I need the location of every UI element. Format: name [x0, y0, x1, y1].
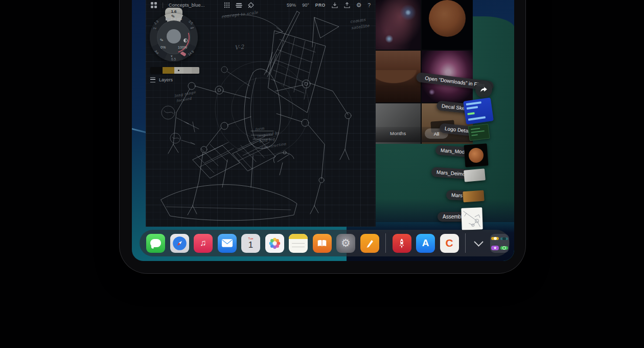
- mars-model-thumbnail[interactable]: [464, 143, 489, 167]
- mars-deimos-thumbnail[interactable]: [464, 168, 486, 182]
- dock-app-messages[interactable]: [146, 234, 165, 253]
- dock-app-linea[interactable]: [360, 234, 379, 253]
- settings-gear-glyph: ⚙: [341, 237, 351, 249]
- mail-envelope-icon: [221, 238, 233, 248]
- dock-app-notes[interactable]: [289, 234, 308, 253]
- safari-compass-icon: [172, 236, 187, 251]
- dock-app-appstore[interactable]: A: [416, 234, 435, 253]
- logo-detail-thumbnail[interactable]: [468, 124, 490, 141]
- dock-app-library[interactable]: ★: [490, 234, 509, 253]
- dock: ♫ Tue 1: [140, 230, 510, 256]
- dock-app-books[interactable]: [313, 234, 332, 253]
- library-mini-camera-icon: [500, 237, 508, 240]
- ipad-screen: concept to scale comms satellite V-2 lon…: [132, 0, 514, 261]
- dock-app-calendar[interactable]: Tue 1: [241, 234, 260, 253]
- linea-pen-icon: [364, 237, 375, 249]
- decal-stickers-thumbnail[interactable]: [463, 97, 494, 124]
- library-mini-star-icon: ★: [491, 246, 499, 250]
- notes-body: [289, 239, 308, 253]
- rocket-icon: [396, 237, 407, 249]
- mars-panorama-thumbnail[interactable]: [463, 190, 484, 203]
- dock-app-rocket[interactable]: [393, 234, 411, 253]
- music-note-icon: ♫: [200, 238, 206, 248]
- dock-divider-right: [465, 233, 466, 253]
- photos-flower-icon: [268, 236, 282, 250]
- share-forward-button[interactable]: [475, 81, 492, 98]
- dock-divider-left: [385, 233, 386, 253]
- dock-app-music[interactable]: ♫: [194, 234, 213, 253]
- dock-app-mail[interactable]: [218, 234, 237, 253]
- library-mini-tips-icon: [491, 237, 499, 240]
- calendar-day: 1: [248, 241, 253, 249]
- assembly-sketch-thumbnail[interactable]: [461, 207, 482, 230]
- messages-bubble-icon: [150, 239, 161, 247]
- appstore-letter: A: [422, 237, 429, 249]
- page-background: concept to scale comms satellite V-2 lon…: [0, 0, 644, 348]
- dock-collapse-button[interactable]: [472, 234, 486, 253]
- forward-arrow-icon: [479, 85, 488, 94]
- dock-app-concepts[interactable]: C: [440, 234, 459, 253]
- books-open-book-icon: [316, 238, 328, 248]
- dock-app-settings[interactable]: ⚙: [336, 234, 355, 253]
- concepts-letter: C: [445, 237, 453, 249]
- chevron-down-icon: [474, 237, 483, 246]
- drag-and-drop-layer: Open “Downloads” in Files Decal Sketches…: [132, 0, 514, 261]
- dock-app-safari[interactable]: [170, 234, 189, 253]
- notes-yellow-band: [289, 234, 308, 239]
- library-mini-podcasts-icon: [500, 246, 508, 250]
- dock-app-photos[interactable]: [265, 234, 284, 253]
